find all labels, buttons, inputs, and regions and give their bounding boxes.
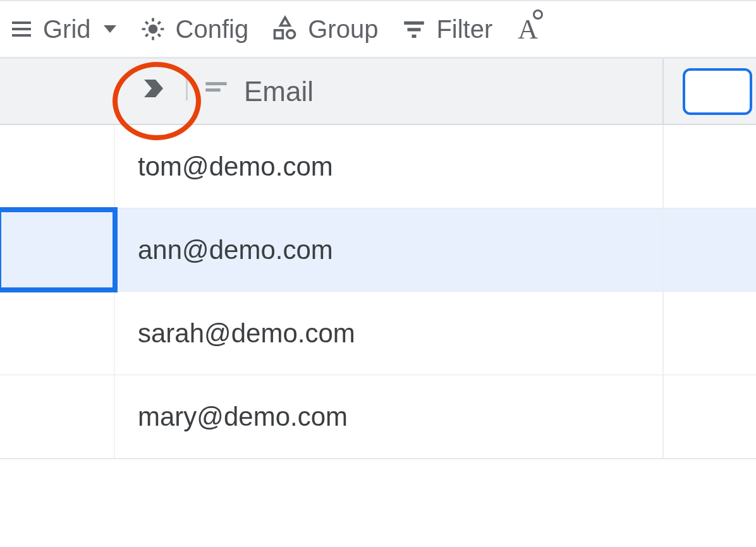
active-column-indicator[interactable] [683,68,752,115]
svg-rect-5 [275,30,283,39]
grid-footer-space [0,459,756,484]
cell-email[interactable]: ann@demo.com [115,208,664,291]
cell-email[interactable]: tom@demo.com [115,125,664,208]
cell-email-value: tom@demo.com [138,152,333,182]
caret-down-icon [104,25,116,33]
font-button[interactable]: A [518,13,538,45]
group-label: Group [308,15,378,44]
text-field-icon [204,76,229,107]
view-switcher-label: Grid [43,15,91,44]
filter-icon [401,16,427,42]
svg-rect-11 [205,82,226,85]
column-header-next[interactable] [664,59,756,124]
row-gutter[interactable] [0,125,115,208]
svg-rect-9 [412,35,417,38]
row-number-gutter-header [0,59,115,124]
column-header-email[interactable]: Email [115,59,664,124]
shapes-icon [271,15,299,43]
selection-rectangle [0,207,118,292]
group-button[interactable]: Group [271,15,378,44]
filter-button[interactable]: Filter [401,15,492,44]
column-header-email-label: Email [244,76,314,107]
config-label: Config [176,15,249,44]
column-header-row: Email [0,58,756,125]
table-row[interactable]: tom@demo.com [0,125,756,208]
svg-rect-7 [405,21,425,25]
svg-point-3 [149,26,156,33]
cell-email-value: ann@demo.com [138,235,333,265]
table-row[interactable]: sarah@demo.com [0,292,756,375]
column-resize-handle[interactable] [186,71,188,100]
svg-point-6 [287,30,295,39]
cell-email-value: mary@demo.com [138,402,348,432]
svg-rect-12 [205,88,220,92]
row-gutter[interactable] [0,292,115,375]
font-a-icon: A [518,13,538,45]
cell-email[interactable]: sarah@demo.com [115,292,664,375]
cell-email-value: sarah@demo.com [138,318,355,349]
filter-label: Filter [436,15,492,44]
data-rows: tom@demo.com ann@demo.com sarah@demo.com… [0,125,756,459]
table-row[interactable]: mary@demo.com [0,375,756,459]
toolbar: Grid Config Group [0,0,756,58]
row-gutter[interactable] [0,208,115,291]
gear-icon [139,15,167,43]
list-icon [9,16,34,42]
config-button[interactable]: Config [139,15,249,44]
cell-email[interactable]: mary@demo.com [115,375,664,458]
expand-column-icon[interactable] [138,73,168,110]
table-row[interactable]: ann@demo.com [0,208,756,292]
svg-marker-4 [281,18,290,26]
row-gutter[interactable] [0,375,115,458]
view-switcher-button[interactable]: Grid [9,15,116,44]
svg-marker-10 [144,80,163,97]
svg-rect-8 [408,28,421,31]
